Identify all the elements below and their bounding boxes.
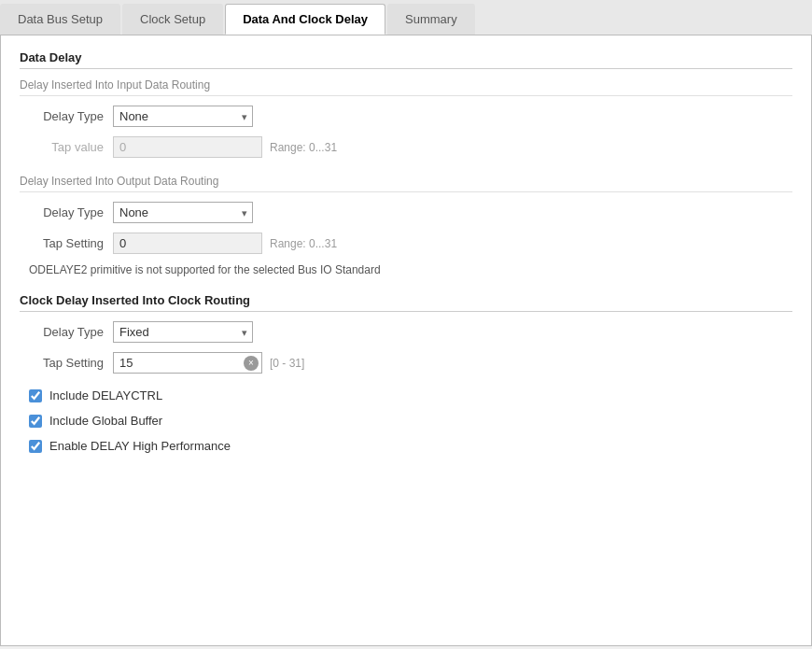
input-delay-type-label: Delay Type — [20, 109, 113, 123]
clock-tap-setting-label: Tap Setting — [20, 356, 113, 370]
output-info-message: ODELAYE2 primitive is not supported for … — [20, 263, 792, 276]
output-routing-subsection: Delay Inserted Into Output Data Routing … — [20, 175, 792, 276]
tab-data-and-clock-delay[interactable]: Data And Clock Delay — [225, 4, 385, 35]
enable-delay-high-performance-checkbox[interactable] — [29, 440, 42, 453]
output-tap-setting-row: Tap Setting Range: 0...31 — [20, 233, 792, 254]
output-delay-type-label: Delay Type — [20, 205, 113, 219]
data-delay-section: Data Delay Delay Inserted Into Input Dat… — [20, 50, 792, 276]
input-delay-type-row: Delay Type None Fixed Variable — [20, 106, 792, 127]
include-delayctrl-label: Include DELAYCTRL — [49, 388, 162, 402]
input-delay-type-select[interactable]: None Fixed Variable — [113, 106, 253, 127]
output-tap-setting-label: Tap Setting — [20, 236, 113, 250]
include-delayctrl-row: Include DELAYCTRL — [20, 388, 792, 402]
input-tap-value-label: Tap value — [20, 140, 113, 154]
clock-tap-setting-field[interactable] — [113, 352, 262, 374]
input-tap-value-row: Tap value Range: 0...31 — [20, 136, 792, 158]
output-routing-subtitle: Delay Inserted Into Output Data Routing — [20, 175, 792, 192]
output-tap-range: Range: 0...31 — [270, 237, 337, 250]
output-delay-type-select-wrapper: None Fixed Variable — [113, 202, 253, 223]
output-delay-type-select[interactable]: None Fixed Variable — [113, 202, 253, 223]
include-global-buffer-row: Include Global Buffer — [20, 414, 792, 428]
include-global-buffer-checkbox[interactable] — [29, 415, 42, 428]
input-tap-range: Range: 0...31 — [270, 141, 337, 154]
tab-data-bus-setup[interactable]: Data Bus Setup — [0, 4, 120, 35]
data-delay-title: Data Delay — [20, 50, 792, 69]
output-delay-type-row: Delay Type None Fixed Variable — [20, 202, 792, 223]
input-tap-value-field[interactable] — [113, 136, 262, 158]
tab-bar: Data Bus Setup Clock Setup Data And Cloc… — [0, 0, 812, 35]
clock-delay-type-label: Delay Type — [20, 325, 113, 339]
output-tap-setting-field[interactable] — [113, 233, 262, 254]
tab-summary[interactable]: Summary — [387, 4, 475, 35]
include-delayctrl-checkbox[interactable] — [29, 389, 42, 402]
clock-tap-range: [0 - 31] — [270, 357, 304, 370]
enable-delay-high-performance-label: Enable DELAY High Performance — [49, 439, 231, 453]
enable-delay-high-performance-row: Enable DELAY High Performance — [20, 439, 792, 453]
clock-tap-clear-button[interactable]: × — [244, 356, 259, 371]
include-global-buffer-label: Include Global Buffer — [49, 414, 162, 428]
tab-clock-setup[interactable]: Clock Setup — [122, 4, 223, 35]
clock-delay-type-select-wrapper: None Fixed Variable — [113, 321, 253, 343]
input-routing-subsection: Delay Inserted Into Input Data Routing D… — [20, 78, 792, 158]
input-routing-subtitle: Delay Inserted Into Input Data Routing — [20, 78, 792, 96]
input-delay-type-select-wrapper: None Fixed Variable — [113, 106, 253, 127]
clock-tap-setting-wrapper: × — [113, 352, 262, 374]
checkboxes-container: Include DELAYCTRL Include Global Buffer … — [20, 388, 792, 453]
main-content: Data Delay Delay Inserted Into Input Dat… — [0, 35, 812, 646]
clock-delay-type-select[interactable]: None Fixed Variable — [113, 321, 253, 343]
clock-delay-type-row: Delay Type None Fixed Variable — [20, 321, 792, 343]
clock-delay-title: Clock Delay Inserted Into Clock Routing — [20, 293, 792, 312]
clock-delay-section: Clock Delay Inserted Into Clock Routing … — [20, 293, 792, 453]
clock-tap-setting-row: Tap Setting × [0 - 31] — [20, 352, 792, 374]
